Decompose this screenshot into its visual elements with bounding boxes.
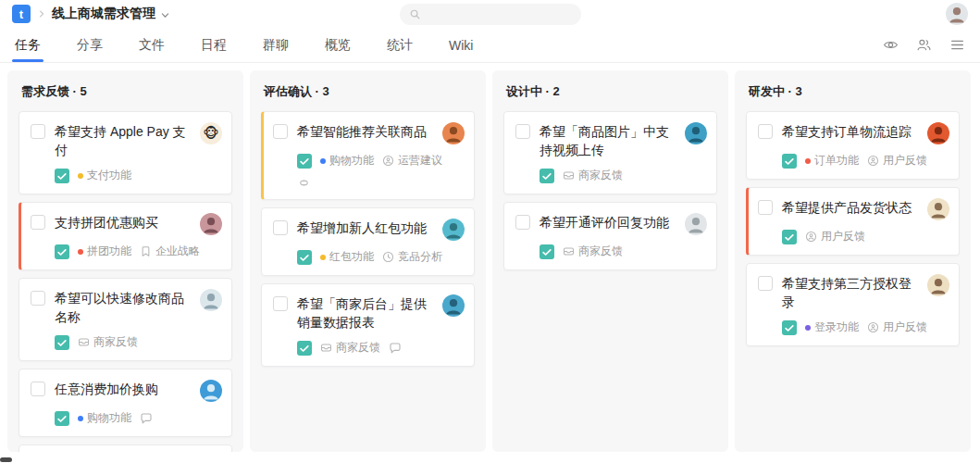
tab-文件[interactable]: 文件 (139, 28, 165, 62)
board-column: 需求反馈 · 5希望支持 Apple Pay 支付🐵支付功能支持拼团优惠购买拼团… (7, 70, 243, 452)
task-title: 希望「商家后台」提供销量数据报表 (297, 294, 435, 332)
task-done-check-icon (540, 169, 554, 183)
board: 需求反馈 · 5希望支持 Apple Pay 支付🐵支付功能支持拼团优惠购买拼团… (0, 63, 980, 459)
task-card[interactable]: 希望支持第三方授权登录登录功能用户反馈 (746, 263, 960, 346)
menu-icon[interactable] (949, 37, 965, 53)
inbox-icon (563, 245, 575, 257)
tab-概览[interactable]: 概览 (325, 28, 351, 62)
board-column: 设计中 · 2希望「商品图片」中支持视频上传商家反馈希望开通评价回复功能商家反馈 (492, 70, 728, 452)
assignee-avatar[interactable] (200, 380, 222, 402)
task-title: 希望提供产品发货状态 (782, 198, 920, 217)
assignee-avatar[interactable] (927, 122, 949, 144)
task-tag: 登录功能 (805, 319, 859, 335)
assignee-avatar[interactable] (927, 274, 949, 296)
column-header: 需求反馈 · 5 (21, 83, 232, 100)
tag-label: 购物功能 (87, 410, 131, 426)
members-icon[interactable] (916, 37, 932, 53)
tag-label: 订单功能 (814, 153, 859, 169)
tab-Wiki[interactable]: Wiki (449, 28, 473, 62)
tab-任务[interactable]: 任务 (15, 28, 41, 62)
task-title: 希望增加新人红包功能 (297, 219, 435, 237)
user-avatar[interactable] (946, 3, 968, 25)
project-title[interactable]: 线上商城需求管理 (52, 6, 155, 22)
task-checkbox[interactable] (515, 215, 530, 230)
assignee-avatar[interactable]: 🐵 (200, 122, 222, 144)
task-checkbox[interactable] (758, 276, 773, 291)
tag-label: 用户反馈 (883, 153, 927, 169)
task-checkbox[interactable] (758, 200, 773, 215)
task-checkbox[interactable] (273, 296, 288, 311)
task-title: 支持拼团优惠购买 (55, 213, 192, 232)
task-done-check-icon (297, 154, 312, 169)
task-checkbox[interactable] (31, 382, 45, 396)
inbox-icon (320, 342, 332, 354)
eye-icon[interactable] (883, 37, 899, 53)
task-card[interactable]: 希望支持订单物流追踪订单功能用户反馈 (746, 111, 960, 180)
tab-日程[interactable]: 日程 (201, 28, 227, 62)
app-logo[interactable]: t (12, 5, 31, 23)
task-done-check-icon (55, 244, 69, 259)
tab-bar: 任务分享文件日程群聊概览统计Wiki (0, 28, 980, 63)
task-card[interactable]: 希望开通评价回复功能商家反馈 (503, 202, 717, 270)
task-card[interactable]: 希望新增扫码登录功能🐵运营建议 (19, 444, 232, 452)
inbox-icon (563, 169, 575, 181)
caret-down-icon[interactable] (160, 10, 170, 20)
task-card[interactable]: 任意消费加价换购购物功能 (19, 369, 232, 437)
task-done-check-icon (55, 335, 69, 350)
horizontal-scrollbar[interactable] (0, 457, 12, 462)
breadcrumb-chevron-icon (37, 9, 46, 19)
clock-icon (382, 251, 394, 263)
task-card[interactable]: 希望智能推荐关联商品购物功能运营建议 (261, 111, 475, 200)
top-bar: t 线上商城需求管理 (0, 0, 980, 28)
tab-bar-tabs: 任务分享文件日程群聊概览统计Wiki (15, 28, 509, 62)
task-done-check-icon (55, 411, 69, 426)
tag-dot-icon (320, 255, 326, 260)
task-card[interactable]: 希望「商品图片」中支持视频上传商家反馈 (503, 111, 717, 194)
inbox-icon (78, 336, 90, 348)
tag-dot-icon (78, 173, 83, 179)
tag-dot-icon (320, 158, 326, 164)
tag-label: 用户反馈 (821, 229, 865, 244)
task-checkbox[interactable] (515, 124, 530, 139)
task-checkbox[interactable] (31, 124, 45, 139)
task-checkbox[interactable] (273, 124, 288, 139)
task-card[interactable]: 希望支持 Apple Pay 支付🐵支付功能 (19, 111, 232, 194)
tag-dot-icon (805, 325, 811, 331)
task-title: 希望支持第三方授权登录 (782, 274, 920, 311)
assignee-avatar[interactable] (685, 122, 707, 144)
person-icon (867, 321, 879, 333)
task-card[interactable]: 希望可以快速修改商品名称商家反馈 (19, 278, 232, 361)
tag-label: 支付功能 (87, 168, 131, 183)
task-card[interactable]: 希望增加新人红包功能红包功能竞品分析 (261, 207, 475, 276)
task-tag: 企业战略 (140, 244, 200, 259)
task-checkbox[interactable] (31, 215, 45, 230)
link-icon (297, 177, 312, 189)
assignee-avatar[interactable] (442, 294, 465, 317)
task-title: 希望「商品图片」中支持视频上传 (540, 122, 677, 159)
assignee-avatar[interactable] (200, 213, 222, 235)
task-checkbox[interactable] (31, 291, 45, 306)
tab-统计[interactable]: 统计 (387, 28, 413, 62)
tab-分享[interactable]: 分享 (77, 28, 103, 62)
assignee-avatar[interactable] (442, 122, 465, 144)
assignee-avatar[interactable] (927, 198, 949, 220)
task-card[interactable]: 希望「商家后台」提供销量数据报表商家反馈 (261, 283, 475, 367)
task-card[interactable]: 支持拼团优惠购买拼团功能企业战略 (19, 202, 232, 270)
task-card[interactable]: 希望提供产品发货状态用户反馈 (746, 187, 960, 256)
task-checkbox[interactable] (758, 124, 773, 139)
assignee-avatar[interactable] (442, 219, 465, 241)
tag-dot-icon (78, 249, 83, 255)
task-done-check-icon (297, 341, 312, 356)
tag-label: 竞品分析 (398, 249, 442, 265)
task-title: 希望支持 Apple Pay 支付 (55, 122, 192, 159)
search-input[interactable] (400, 4, 581, 25)
assignee-avatar[interactable] (685, 213, 707, 235)
assignee-avatar[interactable] (200, 289, 222, 311)
tag-label: 登录功能 (814, 319, 859, 335)
tab-群聊[interactable]: 群聊 (263, 28, 289, 62)
task-tag: 支付功能 (78, 168, 131, 183)
tag-label: 商家反馈 (336, 340, 380, 356)
person-icon (805, 231, 817, 243)
task-checkbox[interactable] (273, 220, 288, 235)
tag-label: 用户反馈 (883, 319, 927, 335)
